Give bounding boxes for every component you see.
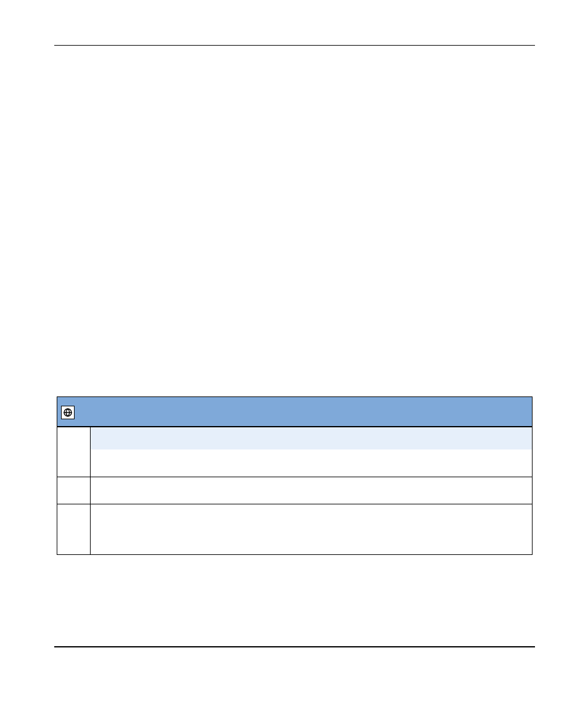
globe-icon [61,406,75,419]
row-cell-b [90,449,532,477]
table-subheader-row [57,427,532,449]
row-cell-b [90,504,532,554]
table-row [57,504,532,554]
top-rule [54,45,535,46]
subheader-cell-b [90,427,532,449]
row-cell-b [90,477,532,504]
document-page [0,0,588,706]
row-cell-a [57,449,90,477]
bottom-rule [54,646,535,647]
subheader-cell-a [57,427,90,449]
table-row [57,477,532,504]
table-header-row [57,397,532,427]
table-row [57,449,532,477]
table [57,396,533,555]
row-cell-a [57,477,90,504]
row-cell-a [57,504,90,554]
